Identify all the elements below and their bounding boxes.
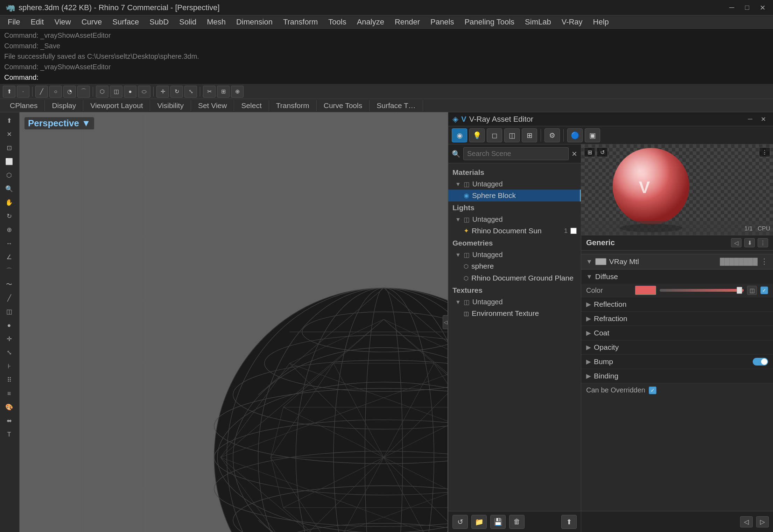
search-input[interactable] xyxy=(463,147,569,160)
diffuse-section[interactable]: ▼ Diffuse xyxy=(581,269,773,284)
toolbar-boolean[interactable]: ⊕ xyxy=(231,86,244,98)
toolbar-cylinder[interactable]: ⬭ xyxy=(138,86,150,98)
toolbar-join[interactable]: ⊞ xyxy=(217,86,230,98)
menu-curve[interactable]: Curve xyxy=(77,16,107,28)
minimize-button[interactable]: ─ xyxy=(727,3,737,13)
toolbar-select[interactable]: ⬆ xyxy=(3,86,15,98)
left-pts-btn[interactable]: ⠿ xyxy=(1,374,17,386)
override-checkbox[interactable]: ✓ xyxy=(649,386,656,394)
import-asset-btn[interactable]: ⬆ xyxy=(561,515,577,529)
tab-surface-tools[interactable]: Surface T… xyxy=(370,100,423,111)
toolbar-scale[interactable]: ⤡ xyxy=(184,86,197,98)
geometries-untagged-group[interactable]: ▼ ◫ Untagged xyxy=(448,249,581,260)
sphere-geo-item[interactable]: ⬡ sphere xyxy=(448,260,581,272)
menu-solid[interactable]: Solid xyxy=(174,16,201,28)
lights-untagged-group[interactable]: ▼ ◫ Untagged xyxy=(448,214,581,225)
left-rotate-btn[interactable]: ↻ xyxy=(1,210,17,222)
diffuse-color-slider[interactable] xyxy=(660,289,744,292)
menu-dimension[interactable]: Dimension xyxy=(231,16,277,28)
left-orbit-btn[interactable]: ⊕ xyxy=(1,224,17,236)
toolbar-rotate[interactable]: ↻ xyxy=(170,86,183,98)
back-btn[interactable]: ◁ xyxy=(740,516,753,527)
toolbar-arc[interactable]: ◔ xyxy=(63,86,76,98)
ae-render-view-btn[interactable]: ▣ xyxy=(585,128,600,142)
tab-cplanes[interactable]: CPlanes xyxy=(3,100,45,111)
left-dist-btn[interactable]: ↔ xyxy=(1,237,17,250)
materials-untagged-group[interactable]: ▼ ◫ Untagged xyxy=(448,179,581,190)
left-dim-btn[interactable]: ⬌ xyxy=(1,414,17,427)
toolbar-curve[interactable]: ⌒ xyxy=(77,86,90,98)
tab-display[interactable]: Display xyxy=(45,100,83,111)
more-generic-btn[interactable]: ⋮ xyxy=(758,238,768,247)
open-folder-btn[interactable]: 📁 xyxy=(471,515,487,529)
left-line-btn[interactable]: ╱ xyxy=(1,292,17,304)
save-asset-btn[interactable]: 💾 xyxy=(490,515,506,529)
color-enable-check[interactable]: ✓ xyxy=(760,286,768,294)
collapse-generic-btn[interactable]: ◁ xyxy=(731,238,742,247)
cmd-line-5[interactable]: Command: xyxy=(4,72,769,83)
sun-color-swatch[interactable] xyxy=(570,228,577,234)
maximize-button[interactable]: □ xyxy=(742,3,752,13)
preview-layout-btn[interactable]: ⊞ xyxy=(584,147,595,157)
left-window-btn[interactable]: ⬜ xyxy=(1,155,17,168)
left-color2-btn[interactable]: 🎨 xyxy=(1,401,17,413)
left-scale2-btn[interactable]: ⤡ xyxy=(1,346,17,359)
rhino-sun-item[interactable]: ✦ Rhino Document Sun 1 xyxy=(448,225,581,237)
left-sphere2-btn[interactable]: ● xyxy=(1,319,17,332)
menu-surface[interactable]: Surface xyxy=(107,16,144,28)
ae-lights-btn[interactable]: 💡 xyxy=(469,128,485,142)
forward-btn[interactable]: ▷ xyxy=(756,516,769,527)
viewport-perspective-label[interactable]: Perspective ▼ xyxy=(24,117,94,129)
reflection-section[interactable]: ▶ Reflection xyxy=(581,297,773,311)
menu-help[interactable]: Help xyxy=(588,16,614,28)
mtl-more-btn[interactable]: ⋮ xyxy=(760,257,768,266)
tab-select[interactable]: Select xyxy=(234,100,269,111)
toolbar-move[interactable]: ✛ xyxy=(156,86,169,98)
menu-view[interactable]: View xyxy=(49,16,76,28)
env-texture-item[interactable]: ◫ Environment Texture xyxy=(448,307,581,319)
left-pan-btn[interactable]: ✋ xyxy=(1,196,17,209)
toolbar-box[interactable]: ◫ xyxy=(110,86,122,98)
menu-file[interactable]: File xyxy=(3,16,25,28)
menu-subd[interactable]: SubD xyxy=(145,16,174,28)
bump-section[interactable]: ▶ Bump xyxy=(581,354,773,369)
tab-curve-tools[interactable]: Curve Tools xyxy=(317,100,370,111)
tab-set-view[interactable]: Set View xyxy=(191,100,234,111)
close-button[interactable]: ✕ xyxy=(758,3,767,13)
ae-render-btn[interactable]: 🔵 xyxy=(567,128,583,142)
toolbar-circle[interactable]: ○ xyxy=(49,86,62,98)
preview-more-btn[interactable]: ⋮ xyxy=(759,147,770,157)
ae-minimize-btn[interactable]: ─ xyxy=(745,114,755,124)
sphere-block-item[interactable]: ◉ Sphere Block xyxy=(448,190,581,201)
delete-asset-btn[interactable]: 🗑 xyxy=(509,515,525,529)
bump-toggle[interactable] xyxy=(753,358,768,366)
left-mirror-btn[interactable]: ⊦ xyxy=(1,360,17,373)
mtl-collapse-arrow[interactable]: ▼ xyxy=(586,258,592,265)
preview-refresh-btn[interactable]: ↺ xyxy=(597,147,608,157)
menu-vray[interactable]: V-Ray xyxy=(557,16,588,28)
toolbar-sphere[interactable]: ● xyxy=(124,86,136,98)
left-freeform-btn[interactable]: 〜 xyxy=(1,278,17,291)
menu-edit[interactable]: Edit xyxy=(26,16,49,28)
toolbar-point[interactable]: · xyxy=(17,86,29,98)
menu-tools[interactable]: Tools xyxy=(323,16,351,28)
left-zoom-btn[interactable]: 🔍 xyxy=(1,183,17,195)
left-curve-btn[interactable]: ⌒ xyxy=(1,264,17,277)
ae-geometries-btn[interactable]: ◻ xyxy=(487,128,502,142)
menu-mesh[interactable]: Mesh xyxy=(202,16,231,28)
refresh-btn[interactable]: ↺ xyxy=(452,515,468,529)
coat-section[interactable]: ▶ Coat xyxy=(581,326,773,340)
left-box-btn[interactable]: ◫ xyxy=(1,305,17,318)
opacity-section[interactable]: ▶ Opacity xyxy=(581,340,773,354)
left-move-btn[interactable]: ✛ xyxy=(1,333,17,345)
mtl-color-preview[interactable] xyxy=(595,258,606,265)
menu-analyze[interactable]: Analyze xyxy=(352,16,389,28)
menu-render[interactable]: Render xyxy=(390,16,425,28)
tab-visibility[interactable]: Visibility xyxy=(150,100,191,111)
menu-simlab[interactable]: SimLab xyxy=(520,16,556,28)
binding-section[interactable]: ▶ Binding xyxy=(581,369,773,383)
left-angle-btn[interactable]: ∠ xyxy=(1,251,17,263)
toolbar-trim[interactable]: ✂ xyxy=(203,86,216,98)
left-select-btn[interactable]: ⬆ xyxy=(1,114,17,127)
toolbar-extrude[interactable]: ⬡ xyxy=(96,86,108,98)
